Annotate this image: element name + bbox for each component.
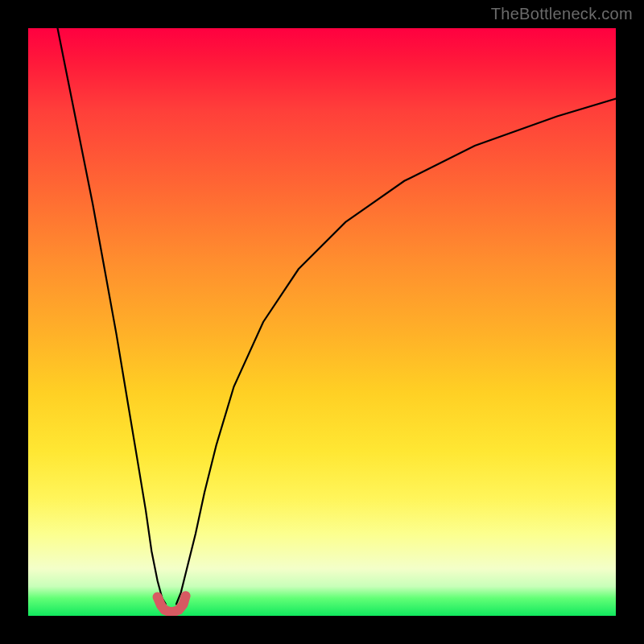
- curve-left: [58, 28, 166, 604]
- chart-svg: [28, 28, 616, 616]
- valley-marker: [158, 596, 186, 612]
- curve-right: [176, 99, 616, 605]
- chart-frame: TheBottleneck.com: [0, 0, 644, 644]
- plot-area: [28, 28, 616, 616]
- watermark-text: TheBottleneck.com: [491, 5, 633, 23]
